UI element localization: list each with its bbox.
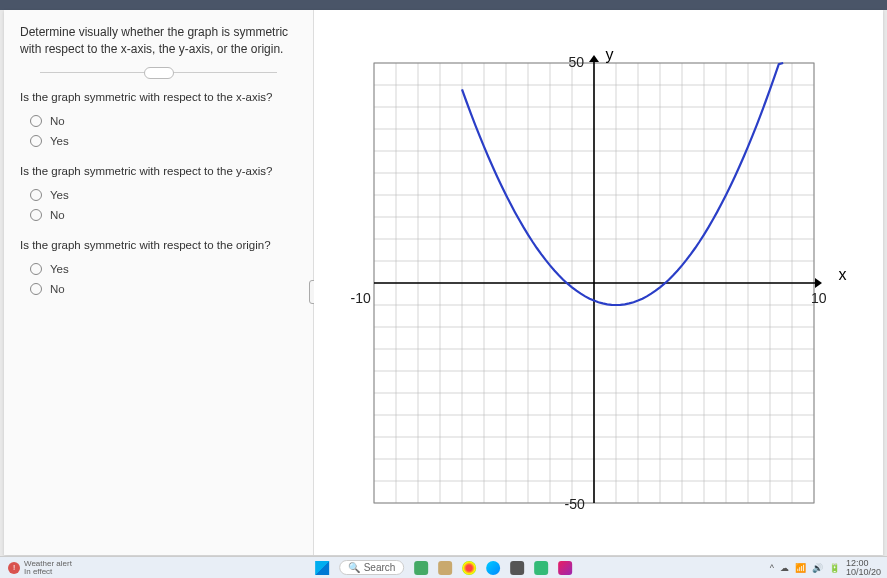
subquestion-origin: Is the graph symmetric with respect to t… — [20, 239, 297, 251]
x-right-tick: 10 — [811, 290, 827, 306]
volume-icon[interactable]: 🔊 — [812, 563, 823, 573]
windows-start-icon[interactable] — [315, 561, 329, 575]
question-prompt: Determine visually whether the graph is … — [20, 24, 297, 58]
radio-icon — [30, 263, 42, 275]
subquestion-yaxis: Is the graph symmetric with respect to t… — [20, 165, 297, 177]
y-axis-label: y — [606, 46, 614, 64]
weather-text-2: In effect — [24, 568, 72, 576]
graph-panel: y x 50 -50 -10 10 — [314, 10, 883, 555]
svg-marker-46 — [589, 55, 599, 62]
x-axis-label: x — [839, 266, 847, 284]
alert-icon: ! — [8, 562, 20, 574]
chevron-up-icon[interactable]: ^ — [770, 563, 774, 573]
svg-marker-44 — [815, 278, 822, 288]
radio-label: No — [50, 115, 65, 127]
radio-q3-yes[interactable]: Yes — [20, 259, 297, 279]
chrome-icon[interactable] — [462, 561, 476, 575]
clock-date: 10/10/20 — [846, 568, 881, 577]
cloud-icon[interactable]: ☁ — [780, 563, 789, 573]
radio-icon — [30, 283, 42, 295]
graph-svg — [359, 48, 829, 518]
radio-label: Yes — [50, 263, 69, 275]
divider-pill[interactable] — [40, 72, 277, 73]
taskbar-app-icon[interactable] — [414, 561, 428, 575]
coordinate-graph[interactable]: y x 50 -50 -10 10 — [359, 48, 829, 518]
radio-label: No — [50, 283, 65, 295]
radio-icon — [30, 115, 42, 127]
y-bottom-tick: -50 — [565, 496, 585, 512]
search-placeholder: Search — [364, 562, 396, 573]
wifi-icon[interactable]: 📶 — [795, 563, 806, 573]
radio-q3-no[interactable]: No — [20, 279, 297, 299]
main-container: Determine visually whether the graph is … — [4, 10, 883, 555]
radio-q2-no[interactable]: No — [20, 205, 297, 225]
search-icon: 🔍 — [348, 562, 360, 573]
y-top-tick: 50 — [569, 54, 585, 70]
radio-label: Yes — [50, 189, 69, 201]
radio-label: No — [50, 209, 65, 221]
radio-q1-yes[interactable]: Yes — [20, 131, 297, 151]
taskbar-app-icon-3[interactable] — [534, 561, 548, 575]
x-left-tick: -10 — [351, 290, 371, 306]
radio-label: Yes — [50, 135, 69, 147]
subquestion-xaxis: Is the graph symmetric with respect to t… — [20, 91, 297, 103]
windows-taskbar[interactable]: ! Weather alert In effect 🔍 Search ^ ☁ 📶… — [0, 556, 887, 578]
taskbar-search[interactable]: 🔍 Search — [339, 560, 405, 575]
question-panel: Determine visually whether the graph is … — [4, 10, 314, 555]
radio-q2-yes[interactable]: Yes — [20, 185, 297, 205]
taskbar-tray[interactable]: ^ ☁ 📶 🔊 🔋 12:00 10/10/20 — [770, 559, 881, 577]
file-explorer-icon[interactable] — [438, 561, 452, 575]
edge-icon[interactable] — [486, 561, 500, 575]
taskbar-app-icon-4[interactable] — [558, 561, 572, 575]
radio-icon — [30, 189, 42, 201]
radio-icon — [30, 135, 42, 147]
browser-top-bar — [0, 0, 887, 10]
taskbar-app-icon-2[interactable] — [510, 561, 524, 575]
radio-q1-no[interactable]: No — [20, 111, 297, 131]
radio-icon — [30, 209, 42, 221]
battery-icon[interactable]: 🔋 — [829, 563, 840, 573]
taskbar-center: 🔍 Search — [315, 560, 573, 575]
weather-widget[interactable]: ! Weather alert In effect — [8, 560, 72, 576]
